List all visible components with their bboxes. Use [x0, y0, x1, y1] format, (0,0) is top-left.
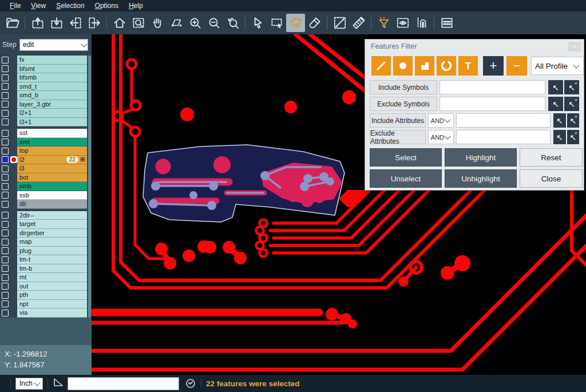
- filter-add-button[interactable]: +: [483, 56, 504, 76]
- highlight-button[interactable]: Highlight: [445, 148, 517, 167]
- layer-row[interactable]: smd_b: [0, 91, 87, 100]
- open-folder-icon[interactable]: [3, 14, 22, 32]
- layer-visibility-checkbox[interactable]: [2, 138, 9, 145]
- reset-button[interactable]: Reset: [520, 148, 583, 167]
- layer-visibility-checkbox[interactable]: [2, 283, 9, 290]
- filter-arc-button[interactable]: [437, 56, 456, 76]
- close-button[interactable]: Close: [520, 169, 583, 188]
- layers-panel-icon[interactable]: [437, 14, 456, 32]
- layer-row[interactable]: ssb: [0, 191, 87, 200]
- layer-visibility-checkbox[interactable]: [2, 229, 9, 236]
- pick-attribute-add-button[interactable]: ↖+: [567, 130, 579, 144]
- exclude-attributes-input[interactable]: [456, 130, 551, 144]
- unselect-button[interactable]: Unselect: [370, 169, 442, 188]
- layer-row[interactable]: bot: [0, 173, 87, 183]
- layer-row[interactable]: out: [0, 282, 87, 291]
- layer-row[interactable]: mt: [0, 273, 87, 282]
- layer-visibility-checkbox[interactable]: [2, 83, 9, 90]
- menu-view[interactable]: View: [26, 0, 51, 11]
- units-select[interactable]: Inch: [15, 378, 43, 390]
- layer-visibility-checkbox[interactable]: [2, 174, 9, 181]
- layer-visibility-checkbox[interactable]: [2, 74, 9, 81]
- exclude-attributes-button[interactable]: Exclude Attributes: [370, 130, 426, 144]
- command-input[interactable]: [68, 377, 179, 390]
- layer-visibility-checkbox[interactable]: [2, 118, 9, 125]
- layer-visibility-checkbox[interactable]: [2, 300, 9, 307]
- menu-file[interactable]: File: [5, 0, 26, 11]
- lasso-zoom-icon[interactable]: [167, 14, 185, 32]
- layer-row[interactable]: l2+1: [0, 109, 87, 118]
- pan-hand-icon[interactable]: [148, 14, 167, 32]
- filter-text-button[interactable]: T: [458, 56, 478, 76]
- layer-row[interactable]: plug: [0, 247, 87, 256]
- layer-visibility-checkbox[interactable]: [2, 192, 9, 199]
- layer-row[interactable]: l2 22 ⊞: [0, 156, 87, 165]
- exclude-symbols-button[interactable]: Exclude Symbols: [370, 97, 437, 111]
- layer-visibility-checkbox[interactable]: [2, 221, 9, 228]
- layer-visibility-checkbox[interactable]: [2, 247, 9, 254]
- pick-symbol-button[interactable]: ↖: [548, 80, 563, 94]
- layer-visibility-checkbox[interactable]: [2, 256, 9, 263]
- layer-visibility-checkbox[interactable]: [2, 212, 9, 219]
- ruler-icon[interactable]: [349, 14, 368, 32]
- shift-right-icon[interactable]: [85, 14, 104, 32]
- menu-options[interactable]: Options: [90, 0, 124, 11]
- step-select[interactable]: edit: [19, 39, 88, 51]
- snap-magnet-icon[interactable]: [412, 14, 431, 32]
- layer-visibility-checkbox[interactable]: [2, 183, 9, 190]
- profile-select[interactable]: All Profile: [531, 57, 584, 75]
- layer-row[interactable]: dirgerber: [0, 229, 87, 238]
- filter-line-button[interactable]: [371, 56, 391, 76]
- layer-visibility-checkbox[interactable]: [2, 110, 9, 117]
- layer-visibility-checkbox[interactable]: [2, 156, 9, 163]
- menu-help[interactable]: Help: [124, 0, 148, 11]
- layer-visibility-checkbox[interactable]: [2, 310, 9, 316]
- shift-left-icon[interactable]: [66, 14, 85, 32]
- layer-row[interactable]: top: [0, 146, 87, 156]
- layer-row[interactable]: tm-t: [0, 255, 87, 264]
- polygon-select-icon[interactable]: [286, 14, 305, 32]
- layer-row[interactable]: fx: [0, 56, 87, 65]
- select-button[interactable]: Select: [370, 148, 442, 167]
- layer-row[interactable]: l3: [0, 164, 87, 173]
- pick-attribute-add-button[interactable]: ↖+: [567, 113, 579, 128]
- features-filter-icon[interactable]: [374, 14, 393, 32]
- layer-row[interactable]: npt: [0, 300, 87, 309]
- zoom-in-icon[interactable]: [185, 14, 204, 32]
- layer-visibility-checkbox[interactable]: [2, 265, 9, 272]
- layer-visibility-checkbox[interactable]: [2, 165, 9, 172]
- layer-row[interactable]: 2dir--: [0, 211, 87, 220]
- layer-row[interactable]: smb: [0, 182, 87, 191]
- flip-down-icon[interactable]: [47, 14, 66, 32]
- dialog-close-button[interactable]: ×: [568, 42, 581, 52]
- include-symbols-button[interactable]: Include Symbols: [370, 80, 437, 94]
- filter-surface-button[interactable]: [415, 56, 434, 76]
- layer-visibility-checkbox[interactable]: [2, 57, 9, 64]
- pick-symbol-add-button[interactable]: ↖+: [564, 80, 579, 94]
- layer-row[interactable]: target: [0, 220, 87, 229]
- include-attributes-and-select[interactable]: AND: [428, 113, 454, 128]
- include-attributes-input[interactable]: [456, 113, 551, 128]
- layer-row[interactable]: tm-b: [0, 264, 87, 274]
- cursor-select-icon[interactable]: [248, 14, 267, 32]
- zoom-previous-icon[interactable]: [223, 14, 242, 32]
- exclude-symbols-input[interactable]: [440, 97, 545, 111]
- layer-visibility-checkbox[interactable]: [2, 130, 9, 137]
- layer-row[interactable]: l3+1: [0, 118, 87, 127]
- filter-pad-button[interactable]: [393, 56, 413, 76]
- menu-selection[interactable]: Selection: [51, 0, 89, 11]
- layer-row[interactable]: smt: [0, 138, 87, 147]
- layer-row[interactable]: layer_3.gbr: [0, 100, 87, 109]
- refresh-icon[interactable]: [185, 378, 196, 389]
- layer-row[interactable]: bfsmb: [0, 73, 87, 82]
- zoom-out-icon[interactable]: [204, 14, 223, 32]
- pick-symbol-add-button[interactable]: ↖+: [564, 97, 579, 111]
- layer-visibility-checkbox[interactable]: [2, 101, 9, 108]
- filter-remove-button[interactable]: −: [506, 56, 527, 76]
- clear-brush-icon[interactable]: [305, 14, 324, 32]
- pick-attribute-button[interactable]: ↖: [553, 113, 565, 128]
- layer-visibility-checkbox[interactable]: [2, 65, 9, 72]
- layer-row[interactable]: dir: [0, 200, 87, 209]
- angle-tool-icon[interactable]: [53, 377, 64, 390]
- pick-symbol-button[interactable]: ↖: [548, 97, 563, 111]
